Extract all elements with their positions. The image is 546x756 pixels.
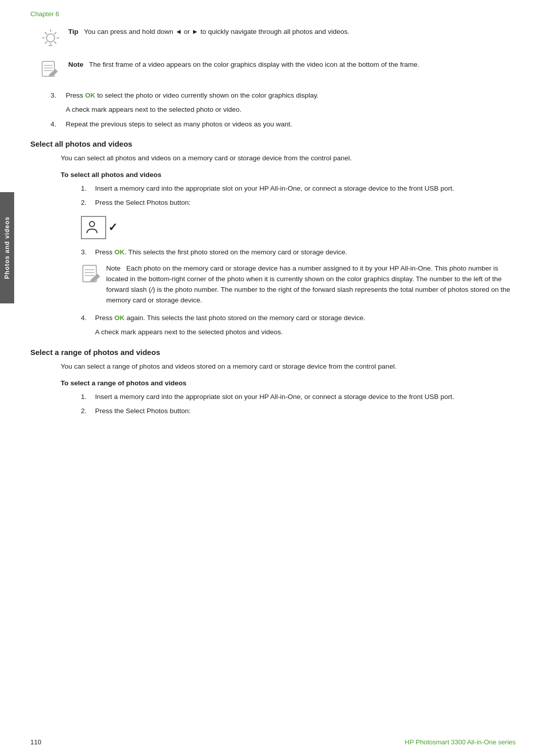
note-content-1: The first frame of a video appears on th… [85,61,420,68]
checkmark-symbol: ✓ [108,221,117,234]
step-1-content: Insert a memory card into the appropriat… [95,184,516,194]
section-all-step-3-num: 3. [81,247,95,257]
section-all-step-2: 2. Press the Select Photos button: [81,198,516,208]
svg-line-6 [45,41,47,43]
tip-box: Tip You can press and hold down ◄ or ► t… [40,27,516,50]
note-icon-2 [81,263,102,286]
numbered-item-3: 3. Press OK to select the photo or video… [51,91,516,101]
tip-svg-icon [40,28,61,48]
note-icon-1 [40,60,63,80]
step-1-num: 1. [81,184,95,194]
section-range-step-1: 1. Insert a memory card into the appropr… [81,392,516,402]
select-button-img [81,216,106,239]
section-range-step-2: 2. Press the Select Photos button: [81,406,516,416]
tip-content: You can press and hold down ◄ or ► to qu… [80,28,350,35]
range-step-1-content: Insert a memory card into the appropriat… [95,392,516,402]
section-range-steps: 1. Insert a memory card into the appropr… [81,392,516,417]
section-all-step-4: 4. Press OK again. This selects the last… [81,313,516,323]
footer-page-number: 110 [30,738,41,746]
svg-line-1 [54,32,56,34]
footer: 110 HP Photosmart 3300 All-in-One series [30,738,516,746]
numbered-list-top: 3. Press OK to select the photo or video… [51,91,516,129]
section-all: Select all photos and videos You can sel… [30,140,516,338]
note-svg-icon-2 [81,263,102,285]
section-all-step-3-content: Press OK. This selects the first photo s… [95,247,516,257]
tip-icon [40,28,63,50]
chapter-heading: Chapter 6 [30,10,516,18]
select-button-icon: ✓ [81,216,516,239]
svg-line-3 [54,41,56,43]
section-all-sub-heading: To select all photos and videos [61,171,516,179]
section-all-step-4-content: Press OK again. This selects the last ph… [95,313,516,323]
section-all-description: You can select all photos and videos on … [61,153,516,164]
section-range-description: You can select a range of photos and vid… [61,362,516,372]
svg-point-16 [89,221,95,227]
side-tab: Photos and videos [0,192,14,303]
footer-brand: HP Photosmart 3300 All-in-One series [405,738,516,746]
svg-point-7 [47,34,55,42]
range-step-2-num: 2. [81,406,95,416]
section-all-step4-container: 4. Press OK again. This selects the last… [81,313,516,338]
page-container: Photos and videos Chapter 6 [0,0,546,756]
range-step-2-content: Press the Select Photos button: [95,406,516,416]
section-range: Select a range of photos and videos You … [30,348,516,416]
item-4-content: Repeat the previous steps to select as m… [66,119,516,129]
section-all-step3-container: 3. Press OK. This selects the first phot… [81,247,516,257]
section-range-sub-heading: To select a range of photos and videos [61,379,516,387]
section-range-heading: Select a range of photos and videos [30,348,516,357]
main-content: Chapter 6 [30,0,516,416]
tip-text: Tip You can press and hold down ◄ or ► t… [68,27,349,37]
section-all-step-4-sub: A check mark appears next to the selecte… [81,327,516,337]
note-svg-icon-1 [40,60,60,79]
note-label-2: Note [106,264,121,272]
note-box-1: Note The first frame of a video appears … [40,60,516,80]
note-text-2: Note Each photo on the memory card or st… [106,263,516,306]
item-3-sub-text: A check mark appears next to the selecte… [66,105,516,115]
side-tab-label: Photos and videos [4,216,11,279]
section-all-step-3: 3. Press OK. This selects the first phot… [81,247,516,257]
item-3-num: 3. [51,91,66,101]
item-3-content: Press OK to select the photo or video cu… [66,91,516,101]
range-step-1-num: 1. [81,392,95,402]
step-2-num: 2. [81,198,95,208]
numbered-item-3-sub: A check mark appears next to the selecte… [51,105,516,115]
section-all-heading: Select all photos and videos [30,140,516,148]
section-all-steps: 1. Insert a memory card into the appropr… [81,184,516,208]
note-label-1: Note [68,61,83,68]
note-text-1: Note The first frame of a video appears … [68,60,420,70]
person-icon [85,219,102,236]
tip-label: Tip [68,28,78,35]
section-all-step-4-num: 4. [81,313,95,323]
numbered-item-4: 4. Repeat the previous steps to select a… [51,119,516,129]
item-4-num: 4. [51,119,66,129]
step-2-content: Press the Select Photos button: [95,198,516,208]
svg-line-4 [45,32,47,34]
note-box-2: Note Each photo on the memory card or st… [81,263,516,306]
section-all-step-4-sub-text: A check mark appears next to the selecte… [95,327,516,337]
section-all-step-1: 1. Insert a memory card into the appropr… [81,184,516,194]
